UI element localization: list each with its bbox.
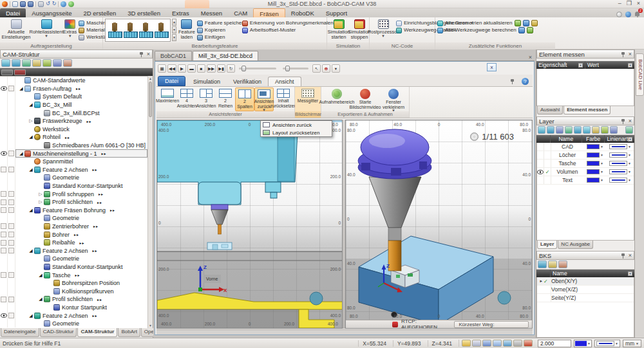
cam-toolbar-icon-6[interactable]: [53, 59, 62, 67]
tree-item[interactable]: Geometrie ▸▸: [0, 174, 147, 182]
simulation-stoppen-button[interactable]: Simulation stoppen: [350, 19, 369, 42]
layer-row[interactable]: Volumen ▼ ▼: [537, 168, 634, 176]
close-button[interactable]: ×: [637, 0, 640, 6]
lock-gutter[interactable]: [8, 101, 15, 109]
tree-item[interactable]: Maschineneinstellung - 1 ▸▸: [0, 149, 147, 158]
material-button[interactable]: Material: [79, 27, 103, 33]
layer-visibility-cell[interactable]: [537, 168, 544, 176]
tree-item[interactable]: Fräsen-Auftrag ▸▸: [0, 85, 147, 93]
lock-gutter[interactable]: [8, 93, 15, 101]
layer-linestyle-dropdown[interactable]: ▼: [607, 152, 634, 158]
save-icon[interactable]: [20, 1, 26, 7]
expander-icon[interactable]: [18, 86, 24, 91]
more-options-marker[interactable]: ▸▸: [75, 273, 80, 277]
menu-tab[interactable]: RoboDK: [285, 8, 320, 17]
lock-gutter[interactable]: [8, 149, 15, 158]
extra-icon[interactable]: [531, 20, 538, 26]
status-icon-4[interactable]: [493, 340, 502, 347]
more-options-marker[interactable]: ▸▸: [74, 232, 79, 237]
layer-linestyle-dropdown[interactable]: ▼: [607, 144, 634, 149]
extras-button[interactable]: Extras ▼: [62, 19, 77, 42]
new-document-icon[interactable]: [12, 1, 18, 7]
gallery-more-icon[interactable]: ▼: [172, 34, 176, 41]
panel-tab[interactable]: Element messen: [564, 106, 611, 114]
visibility-gutter[interactable]: [0, 158, 8, 166]
menu-item-ansichten-zurueck[interactable]: Ansichten zurück: [261, 121, 332, 129]
more-options-marker[interactable]: ▸▸: [93, 313, 98, 318]
lock-gutter[interactable]: [8, 230, 15, 239]
feature-laden-button[interactable]: Feature laden: [178, 19, 196, 42]
tool-feature-icon[interactable]: [107, 21, 122, 39]
extra-icon[interactable]: [515, 20, 521, 26]
lock-gutter[interactable]: [8, 142, 15, 150]
arbeitsoffset-button[interactable]: Arbeitsoffset-Muster: [242, 27, 334, 33]
restore-button[interactable]: ❒: [627, 0, 632, 6]
lock-gutter[interactable]: [8, 166, 15, 174]
alle-geometrien-button[interactable]: Alle Geometrien aktualisieren: [437, 20, 552, 26]
layer-color-dropdown[interactable]: ▼: [583, 161, 607, 166]
visibility-gutter[interactable]: [0, 101, 8, 109]
menu-tab[interactable]: Ausgangsseite: [26, 8, 77, 17]
pin-icon[interactable]: [510, 78, 515, 84]
simulation-close-button[interactable]: x: [487, 63, 497, 71]
lock-gutter[interactable]: [8, 214, 15, 223]
menu-tab[interactable]: Support: [320, 8, 353, 17]
inhalt-zuruecksetzen-button[interactable]: Inhalt zurücksetzen: [274, 87, 293, 111]
lock-gutter[interactable]: [8, 158, 15, 166]
menu-tab[interactable]: Extras: [166, 8, 195, 17]
layer-toolbar-icon-1[interactable]: [538, 126, 545, 134]
tree-item[interactable]: Geometrie ▸▸: [0, 320, 147, 328]
current-linestyle-dropdown[interactable]: ▼: [594, 340, 620, 347]
bks-row[interactable]: Vorne(X/Z): [537, 286, 634, 294]
feature-gallery[interactable]: [105, 19, 171, 42]
app-logo-icon[interactable]: [2, 1, 8, 7]
layer-linestyle-dropdown[interactable]: ▼: [607, 178, 634, 183]
visibility-gutter[interactable]: [0, 223, 8, 231]
tree-scrollbar[interactable]: ▲ ▼: [147, 76, 153, 328]
lock-gutter[interactable]: [8, 271, 15, 279]
lock-gutter[interactable]: [8, 320, 15, 328]
layer-color-dropdown[interactable]: ▼: [583, 178, 607, 183]
pin-icon[interactable]: [621, 118, 625, 124]
more-options-marker[interactable]: ▸▸: [65, 135, 70, 140]
lock-gutter[interactable]: [8, 239, 15, 247]
web-icon[interactable]: [61, 1, 66, 7]
more-options-marker[interactable]: ▸▸: [99, 192, 104, 196]
status-icon-1[interactable]: [462, 340, 471, 347]
expander-icon[interactable]: [37, 192, 44, 197]
tool-feature-icon[interactable]: [122, 21, 138, 39]
visibility-gutter[interactable]: [0, 190, 8, 198]
visibility-gutter[interactable]: [0, 133, 8, 142]
tool-feature-icon[interactable]: [138, 21, 153, 39]
tree-edit-icon[interactable]: [1, 69, 13, 75]
pin-icon[interactable]: [621, 253, 625, 259]
online-icon[interactable]: [625, 12, 631, 17]
menu-item-layout-zuruecksetzen[interactable]: Layout zurücksetzen: [261, 129, 332, 136]
visibility-gutter[interactable]: [0, 246, 8, 255]
loop-icon[interactable]: ↻: [227, 64, 235, 73]
einrichtungsblatt-button[interactable]: Einrichtungsblatt generieren▼: [396, 20, 433, 26]
panel-tab[interactable]: CAD-Struktur: [40, 328, 77, 337]
visibility-gutter[interactable]: [0, 263, 8, 271]
layer-toolbar-icon-2[interactable]: [547, 126, 554, 134]
layer-visibility-cell[interactable]: [537, 176, 544, 184]
panel-tab[interactable]: Layer: [537, 241, 557, 249]
more-options-marker[interactable]: ▸▸: [80, 241, 85, 245]
tree-item[interactable]: Kontur Startpunkt ▸▸: [0, 304, 147, 312]
visibility-gutter[interactable]: [0, 255, 8, 263]
visibility-gutter[interactable]: [0, 182, 8, 190]
visibility-gutter[interactable]: [0, 198, 8, 206]
lock-gutter[interactable]: [8, 125, 15, 134]
to-end-icon[interactable]: ▶▮: [217, 64, 225, 73]
expander-icon[interactable]: [28, 118, 34, 124]
bks-active-cell[interactable]: [537, 277, 551, 285]
panel-tab[interactable]: CAM-Struktur: [77, 328, 117, 337]
column-header-eigenschaft[interactable]: Eigenschaft▼: [536, 61, 585, 69]
column-header-name[interactable]: Name▼: [551, 270, 634, 277]
view-sphere[interactable]: [498, 291, 511, 304]
simulation-tab[interactable]: Simulation: [187, 77, 227, 86]
panel-tab[interactable]: BobArt: [118, 328, 140, 337]
close-panel-icon[interactable]: ×: [147, 51, 150, 57]
lock-gutter[interactable]: [8, 255, 15, 263]
layer-toolbar-icon-7[interactable]: [592, 126, 600, 134]
